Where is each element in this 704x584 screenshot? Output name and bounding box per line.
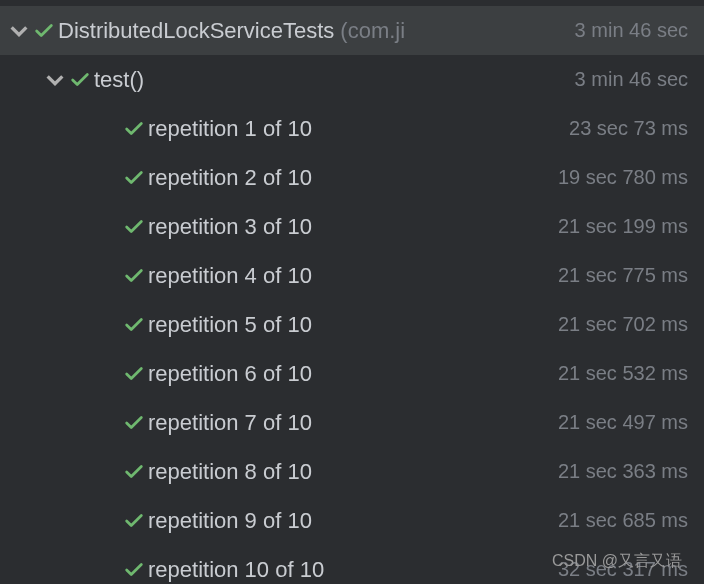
check-icon — [30, 20, 58, 42]
test-repetition-row[interactable]: repetition 8 of 10 21 sec 363 ms — [0, 447, 704, 496]
test-class-row[interactable]: DistributedLockServiceTests(com.ji 3 min… — [0, 6, 704, 55]
duration-label: 21 sec 775 ms — [558, 264, 688, 287]
test-repetition-row[interactable]: repetition 6 of 10 21 sec 532 ms — [0, 349, 704, 398]
test-class-label: DistributedLockServiceTests(com.ji — [58, 18, 405, 44]
test-results-tree: DistributedLockServiceTests(com.ji 3 min… — [0, 0, 704, 584]
repetition-label: repetition 1 of 10 — [148, 116, 312, 142]
test-repetition-row[interactable]: repetition 5 of 10 21 sec 702 ms — [0, 300, 704, 349]
repetition-label: repetition 9 of 10 — [148, 508, 312, 534]
check-icon — [120, 265, 148, 287]
repetition-label: repetition 10 of 10 — [148, 557, 324, 583]
test-repetition-row[interactable]: repetition 1 of 10 23 sec 73 ms — [0, 104, 704, 153]
watermark: CSDN @又言又语 — [552, 551, 682, 572]
test-method-row[interactable]: test() 3 min 46 sec — [0, 55, 704, 104]
test-repetition-row[interactable]: repetition 2 of 10 19 sec 780 ms — [0, 153, 704, 202]
duration-label: 21 sec 363 ms — [558, 460, 688, 483]
check-icon — [120, 559, 148, 581]
duration-label: 21 sec 702 ms — [558, 313, 688, 336]
test-method-label: test() — [94, 67, 144, 93]
check-icon — [120, 412, 148, 434]
check-icon — [120, 510, 148, 532]
test-repetition-row[interactable]: repetition 3 of 10 21 sec 199 ms — [0, 202, 704, 251]
test-repetition-row[interactable]: repetition 4 of 10 21 sec 775 ms — [0, 251, 704, 300]
check-icon — [120, 363, 148, 385]
duration-label: 23 sec 73 ms — [569, 117, 688, 140]
test-repetition-row[interactable]: repetition 7 of 10 21 sec 497 ms — [0, 398, 704, 447]
repetition-label: repetition 4 of 10 — [148, 263, 312, 289]
check-icon — [120, 167, 148, 189]
repetition-label: repetition 7 of 10 — [148, 410, 312, 436]
repetition-label: repetition 2 of 10 — [148, 165, 312, 191]
repetition-label: repetition 8 of 10 — [148, 459, 312, 485]
chevron-down-icon[interactable] — [44, 69, 66, 91]
repetition-label: repetition 6 of 10 — [148, 361, 312, 387]
repetition-label: repetition 3 of 10 — [148, 214, 312, 240]
check-icon — [66, 69, 94, 91]
duration-label: 21 sec 199 ms — [558, 215, 688, 238]
chevron-down-icon[interactable] — [8, 20, 30, 42]
duration-label: 21 sec 685 ms — [558, 509, 688, 532]
duration-label: 3 min 46 sec — [575, 19, 688, 42]
test-repetition-row[interactable]: repetition 9 of 10 21 sec 685 ms — [0, 496, 704, 545]
duration-label: 21 sec 497 ms — [558, 411, 688, 434]
check-icon — [120, 461, 148, 483]
check-icon — [120, 314, 148, 336]
check-icon — [120, 118, 148, 140]
duration-label: 3 min 46 sec — [575, 68, 688, 91]
check-icon — [120, 216, 148, 238]
repetition-label: repetition 5 of 10 — [148, 312, 312, 338]
duration-label: 19 sec 780 ms — [558, 166, 688, 189]
duration-label: 21 sec 532 ms — [558, 362, 688, 385]
